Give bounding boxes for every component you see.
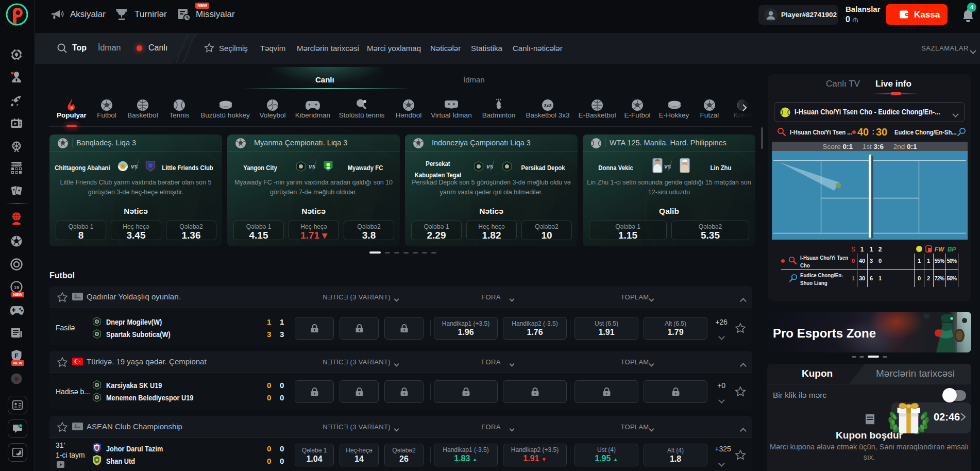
svg-text:3x3: 3x3 — [544, 103, 551, 108]
svg-text:BINGO: BINGO — [11, 162, 22, 166]
svg-text:F: F — [14, 352, 18, 360]
svg-text:19: 19 — [14, 284, 20, 290]
